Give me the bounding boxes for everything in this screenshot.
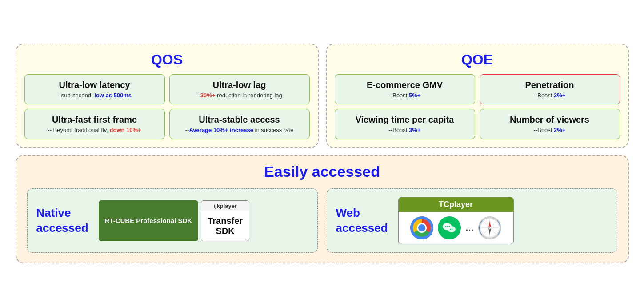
metric-penetration: Penetration --Boost 3%+ — [480, 74, 620, 104]
native-label-line2: accessed — [36, 221, 88, 235]
rt-cube-sdk-card: RT-CUBE Professional SDK — [99, 200, 199, 241]
web-access-panel: Web accessed TCplayer — [327, 188, 617, 253]
desc-suffix-3: in success rate — [253, 127, 293, 133]
wechat-icon — [438, 216, 461, 239]
svg-point-2 — [445, 226, 447, 227]
qos-title: QOS — [24, 52, 310, 68]
desc-prefix-pen: --Boost — [534, 92, 554, 99]
web-label: Web accessed — [336, 206, 389, 236]
wechat-svg — [442, 222, 457, 234]
svg-point-4 — [449, 226, 450, 227]
easily-accessed-section: Easily accessed Native accessed RT-CUBE … — [16, 155, 629, 263]
metric-title-lag: Ultra-low lag — [212, 80, 266, 90]
ijkplayer-sdk-card: ijkplayer Transfer SDK — [201, 200, 249, 241]
desc-prefix-1: -- — [196, 92, 200, 99]
metric-title-frame: Ultra-fast first frame — [52, 115, 137, 125]
desc-highlight-1: 30%+ — [200, 92, 216, 99]
metric-title-gmv: E-commerce GMV — [367, 80, 443, 90]
metric-desc-penetration: --Boost 3%+ — [534, 92, 566, 99]
metric-title-stable: Ultra-stable access — [199, 115, 280, 125]
metric-stable-access: Ultra-stable access --Average 10%+ incre… — [169, 109, 310, 139]
main-layout: QOS Ultra-low latency --sub-second, low … — [16, 44, 629, 263]
metric-title-latency: Ultra-low latency — [59, 80, 130, 90]
metric-desc-frame: -- Beyond traditional flv, down 10%+ — [48, 127, 141, 133]
top-row: QOS Ultra-low latency --sub-second, low … — [16, 44, 629, 148]
safari-svg — [479, 217, 500, 239]
sdk-group: RT-CUBE Professional SDK ijkplayer Trans… — [99, 200, 250, 241]
desc-prefix-2: -- Beyond traditional flv, — [48, 127, 109, 133]
desc-highlight-0: low as 500ms — [94, 92, 132, 99]
svg-point-5 — [450, 229, 452, 230]
desc-prefix-view: --Boost — [389, 127, 409, 133]
rt-cube-sdk-label: RT-CUBE Professional SDK — [105, 216, 192, 225]
metric-title-viewing: Viewing time per capita — [356, 115, 454, 125]
desc-suffix-1: reduction in rendering lag — [215, 92, 282, 99]
svg-point-6 — [452, 229, 453, 230]
metric-desc-lag: --30%+ reduction in rendering lag — [196, 92, 282, 99]
metric-desc-gmv: --Boost 5%+ — [389, 92, 421, 99]
metric-title-penetration: Penetration — [525, 80, 574, 90]
native-access-panel: Native accessed RT-CUBE Professional SDK… — [27, 188, 318, 253]
safari-icon — [478, 216, 501, 239]
easily-accessed-title: Easily accessed — [27, 163, 617, 180]
web-label-line1: Web — [336, 206, 360, 219]
desc-highlight-pen: 3%+ — [554, 92, 565, 99]
desc-highlight-3: Average 10%+ increase — [189, 127, 253, 133]
desc-prefix-viewers: --Boost — [534, 127, 554, 133]
metric-desc-viewers: --Boost 2%+ — [534, 127, 566, 133]
metric-desc-stable: --Average 10%+ increase in success rate — [185, 127, 293, 133]
metric-first-frame: Ultra-fast first frame -- Beyond traditi… — [24, 109, 165, 139]
qoe-title: QOE — [335, 52, 620, 68]
web-label-line2: accessed — [336, 221, 388, 235]
tcplayer-icons: ... — [399, 212, 513, 244]
ijkplayer-body: Transfer SDK — [201, 211, 249, 241]
metric-viewing-time: Viewing time per capita --Boost 3%+ — [335, 109, 475, 139]
chrome-inner-circle — [417, 223, 427, 233]
qos-metrics-grid: Ultra-low latency --sub-second, low as 5… — [24, 74, 310, 139]
desc-highlight-view: 3%+ — [409, 127, 420, 133]
desc-prefix-gmv: --Boost — [389, 92, 409, 99]
metric-desc-latency: --sub-second, low as 500ms — [57, 92, 132, 99]
dots-separator: ... — [465, 222, 473, 234]
metric-title-viewers: Number of viewers — [510, 115, 589, 125]
metric-ultra-low-lag: Ultra-low lag --30%+ reduction in render… — [169, 74, 310, 104]
qoe-metrics-grid: E-commerce GMV --Boost 5%+ Penetration -… — [335, 74, 620, 139]
desc-highlight-2: down 10%+ — [110, 127, 141, 133]
desc-highlight-gmv: 5%+ — [409, 92, 420, 99]
svg-point-3 — [447, 226, 448, 227]
qoe-section: QOE E-commerce GMV --Boost 5%+ Penetrati… — [326, 44, 629, 148]
ijkplayer-header: ijkplayer — [201, 201, 249, 211]
metric-desc-viewing: --Boost 3%+ — [389, 127, 421, 133]
tcplayer-header: TCplayer — [399, 197, 513, 212]
access-row: Native accessed RT-CUBE Professional SDK… — [27, 188, 617, 253]
chrome-icon — [410, 216, 433, 239]
metric-ultra-low-latency: Ultra-low latency --sub-second, low as 5… — [24, 74, 165, 104]
metric-ecommerce-gmv: E-commerce GMV --Boost 5%+ — [335, 74, 475, 104]
qos-section: QOS Ultra-low latency --sub-second, low … — [16, 44, 319, 148]
native-label-line1: Native — [36, 206, 71, 219]
metric-num-viewers: Number of viewers --Boost 2%+ — [480, 109, 620, 139]
desc-highlight-viewers: 2%+ — [554, 127, 565, 133]
native-label: Native accessed — [36, 206, 90, 236]
tcplayer-wrapper: TCplayer — [398, 197, 514, 244]
transfer-sdk-text: Transfer SDK — [208, 216, 243, 236]
desc-prefix-0: --sub-second, — [57, 92, 94, 99]
